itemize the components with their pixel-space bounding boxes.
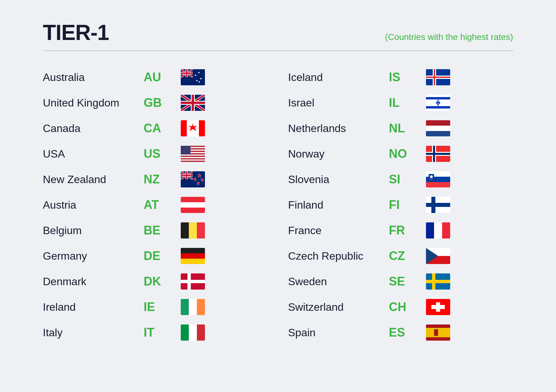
- country-flag: [426, 171, 450, 187]
- country-flag: [181, 273, 205, 290]
- country-name: Netherlands: [288, 122, 389, 135]
- country-flag: [181, 171, 205, 187]
- country-name: Israel: [288, 97, 389, 109]
- country-code: BE: [144, 223, 181, 237]
- country-row: France FR: [288, 218, 513, 243]
- country-name: Iceland: [288, 71, 389, 84]
- svg-rect-59: [181, 208, 205, 213]
- country-code: US: [144, 147, 181, 161]
- country-row: Czech Republic CZ: [288, 243, 513, 269]
- svg-rect-112: [431, 305, 445, 309]
- header-divider: [43, 50, 513, 51]
- country-flag: [426, 273, 450, 290]
- country-name: Denmark: [43, 275, 144, 288]
- country-flag: [426, 197, 450, 213]
- svg-rect-40: [181, 160, 205, 161]
- country-flag: [181, 248, 205, 264]
- country-code: SE: [389, 274, 426, 289]
- country-row: Netherlands NL: [288, 116, 513, 141]
- country-flag: [426, 120, 450, 136]
- svg-rect-115: [434, 329, 438, 336]
- country-name: Canada: [43, 122, 144, 135]
- country-code: ES: [389, 325, 426, 340]
- svg-rect-73: [189, 324, 197, 341]
- country-name: Spain: [288, 326, 389, 339]
- country-row: Norway NO: [288, 141, 513, 167]
- svg-rect-36: [181, 155, 205, 156]
- country-code: CH: [389, 300, 426, 314]
- country-code: DE: [144, 249, 181, 263]
- country-flag: [181, 95, 205, 111]
- svg-rect-109: [426, 280, 450, 283]
- country-flag: [426, 95, 450, 111]
- country-flag: [426, 299, 450, 315]
- country-code: IL: [389, 96, 426, 110]
- country-name: Slovenia: [288, 173, 389, 186]
- country-row: Ireland IE: [43, 294, 268, 320]
- country-row: Italy IT: [43, 320, 268, 345]
- svg-rect-60: [181, 222, 189, 238]
- country-row: Slovenia SI: [288, 167, 513, 192]
- country-name: Austria: [43, 199, 144, 211]
- country-code: NZ: [144, 172, 181, 186]
- country-row: Iceland IS: [288, 64, 513, 90]
- country-row: Denmark DK: [43, 269, 268, 294]
- page-title: TIER-1: [43, 20, 109, 45]
- country-row: Israel IL: [288, 90, 513, 116]
- country-code: IT: [144, 325, 181, 340]
- country-row: USA US: [43, 141, 268, 167]
- country-row: Canada CA: [43, 116, 268, 141]
- country-code: CZ: [389, 249, 426, 263]
- svg-rect-63: [181, 248, 205, 253]
- svg-rect-38: [181, 157, 205, 158]
- country-flag: [426, 146, 450, 162]
- svg-rect-82: [426, 106, 450, 108]
- country-row: Austria AT: [43, 192, 268, 218]
- country-flag: [426, 69, 450, 85]
- country-code: AT: [144, 198, 181, 212]
- country-name: Sweden: [288, 275, 389, 288]
- country-code: DK: [144, 274, 181, 289]
- svg-point-11: [200, 78, 202, 79]
- svg-rect-87: [426, 131, 450, 136]
- country-name: New Zealand: [43, 173, 144, 186]
- svg-rect-100: [426, 203, 450, 207]
- country-name: Belgium: [43, 224, 144, 237]
- page-subtitle: (Countries with the highest rates): [385, 32, 513, 42]
- svg-rect-39: [181, 158, 205, 160]
- svg-rect-68: [181, 280, 205, 283]
- country-name: France: [288, 224, 389, 237]
- svg-rect-41: [181, 161, 205, 162]
- country-name: Czech Republic: [288, 250, 389, 262]
- page-header: TIER-1 (Countries with the highest rates…: [43, 20, 513, 45]
- country-name: Italy: [43, 326, 144, 339]
- svg-rect-72: [181, 324, 189, 341]
- svg-point-14: [199, 81, 200, 83]
- svg-rect-24: [181, 120, 187, 136]
- svg-point-13: [195, 75, 196, 76]
- country-name: Australia: [43, 71, 144, 84]
- country-code: NL: [389, 121, 426, 135]
- country-name: Germany: [43, 250, 144, 262]
- country-row: Belgium BE: [43, 218, 268, 243]
- svg-rect-61: [189, 222, 197, 238]
- country-row: New Zealand NZ: [43, 167, 268, 192]
- svg-point-10: [198, 72, 200, 73]
- svg-rect-64: [181, 253, 205, 259]
- country-flag: [181, 146, 205, 162]
- svg-rect-95: [426, 182, 450, 187]
- country-code: FI: [389, 198, 426, 212]
- svg-rect-42: [181, 146, 190, 155]
- country-row: Switzerland CH: [288, 294, 513, 320]
- svg-rect-85: [426, 120, 450, 126]
- svg-rect-101: [426, 222, 434, 238]
- svg-rect-81: [426, 97, 450, 99]
- country-flag: [426, 324, 450, 341]
- svg-point-12: [196, 80, 198, 81]
- country-grid: Australia AU United Kingdom GB: [43, 64, 513, 345]
- country-name: Norway: [288, 148, 389, 160]
- country-name: Finland: [288, 199, 389, 211]
- country-flag: [426, 222, 450, 238]
- country-row: Germany DE: [43, 243, 268, 269]
- country-row: Australia AU: [43, 64, 268, 90]
